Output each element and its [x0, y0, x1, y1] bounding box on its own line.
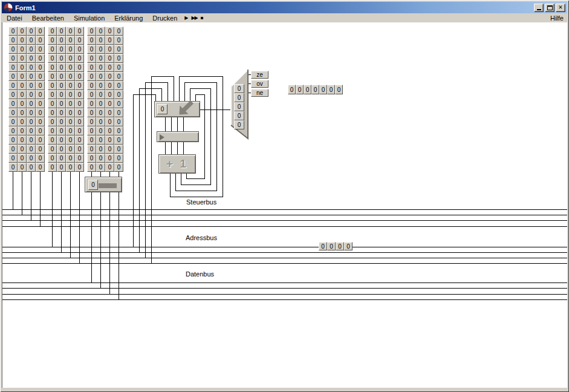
- memory-cell[interactable]: 0: [96, 54, 105, 63]
- menu-simulation[interactable]: Simulation: [69, 14, 109, 22]
- memory-cell[interactable]: 0: [18, 27, 27, 36]
- memory-cell[interactable]: 0: [27, 27, 36, 36]
- memory-cell[interactable]: 0: [75, 45, 84, 54]
- memory-cell[interactable]: 0: [18, 126, 27, 136]
- memory-cell[interactable]: 0: [18, 145, 27, 154]
- memory-cell[interactable]: 0: [96, 108, 105, 117]
- memory-cell[interactable]: 0: [27, 81, 36, 90]
- memory-cell[interactable]: 0: [36, 54, 45, 63]
- memory-cell[interactable]: 0: [96, 36, 105, 45]
- memory-cell[interactable]: 0: [36, 99, 45, 108]
- memory-cell[interactable]: 0: [105, 45, 114, 54]
- memory-cell[interactable]: 0: [75, 72, 84, 81]
- close-button[interactable]: ×: [556, 4, 565, 12]
- memory-cell[interactable]: 0: [36, 126, 45, 136]
- memory-cell[interactable]: 0: [105, 72, 114, 81]
- memory-cell[interactable]: 0: [48, 90, 57, 99]
- memory-cell[interactable]: 0: [18, 99, 27, 108]
- fast-forward-icon[interactable]: ▶▶: [191, 15, 197, 21]
- memory-cell[interactable]: 0: [87, 154, 96, 163]
- memory-cell[interactable]: 0: [27, 136, 36, 145]
- memory-cell[interactable]: 0: [36, 36, 45, 45]
- memory-cell[interactable]: 0: [48, 27, 57, 36]
- memory-cell[interactable]: 0: [57, 36, 66, 45]
- memory-cell[interactable]: 0: [48, 81, 57, 90]
- memory-cell[interactable]: 0: [75, 54, 84, 63]
- memory-cell[interactable]: 0: [18, 108, 27, 117]
- memory-cell[interactable]: 0: [75, 108, 84, 117]
- memory-cell[interactable]: 0: [75, 99, 84, 108]
- memory-cell[interactable]: 0: [114, 54, 123, 63]
- memory-cell[interactable]: 0: [105, 81, 114, 90]
- flag-ov[interactable]: ov: [251, 80, 268, 88]
- memory-cell[interactable]: 0: [114, 81, 123, 90]
- memory-cell[interactable]: 0: [66, 72, 75, 81]
- memory-cell[interactable]: 0: [8, 36, 18, 45]
- memory-cell[interactable]: 0: [105, 90, 114, 99]
- memory-cell[interactable]: 0: [57, 154, 66, 163]
- memory-cell[interactable]: 0: [48, 154, 57, 163]
- memory-cell[interactable]: 0: [18, 117, 27, 126]
- memory-cell[interactable]: 0: [96, 27, 105, 36]
- memory-cell[interactable]: 0: [27, 163, 36, 172]
- memory-cell[interactable]: 0: [36, 63, 45, 72]
- memory-cell[interactable]: 0: [66, 99, 75, 108]
- memory-cell[interactable]: 0: [18, 81, 27, 90]
- memory-cell[interactable]: 0: [8, 72, 18, 81]
- memory-cell[interactable]: 0: [8, 81, 18, 90]
- memory-cell[interactable]: 0: [87, 163, 96, 172]
- memory-cell[interactable]: 0: [96, 117, 105, 126]
- memory-cell[interactable]: 0: [114, 154, 123, 163]
- memory-cell[interactable]: 0: [87, 108, 96, 117]
- memory-cell[interactable]: 0: [66, 54, 75, 63]
- memory-cell[interactable]: 0: [114, 117, 123, 126]
- menu-datei[interactable]: Datei: [2, 14, 27, 22]
- memory-cell[interactable]: 0: [8, 99, 18, 108]
- memory-cell[interactable]: 0: [18, 63, 27, 72]
- memory-cell[interactable]: 0: [27, 154, 36, 163]
- memory-cell[interactable]: 0: [66, 36, 75, 45]
- stop-icon[interactable]: ■: [201, 15, 204, 21]
- flag-ze[interactable]: ze: [251, 71, 268, 79]
- memory-cell[interactable]: 0: [105, 36, 114, 45]
- memory-cell[interactable]: 0: [27, 54, 36, 63]
- memory-cell[interactable]: 0: [48, 45, 57, 54]
- memory-cell[interactable]: 0: [27, 36, 36, 45]
- memory-cell[interactable]: 0: [36, 108, 45, 117]
- memory-cell[interactable]: 0: [105, 163, 114, 172]
- memory-cell[interactable]: 0: [66, 27, 75, 36]
- memory-cell[interactable]: 0: [66, 63, 75, 72]
- memory-cell[interactable]: 0: [8, 145, 18, 154]
- memory-cell[interactable]: 0: [87, 27, 96, 36]
- memory-cell[interactable]: 0: [18, 45, 27, 54]
- maximize-button[interactable]: [545, 4, 554, 12]
- menu-erklaerung[interactable]: Erklärung: [109, 14, 148, 22]
- memory-cell[interactable]: 0: [48, 63, 57, 72]
- memory-cell[interactable]: 0: [8, 163, 18, 172]
- memory-cell[interactable]: 0: [114, 72, 123, 81]
- memory-cell[interactable]: 0: [57, 54, 66, 63]
- memory-cell[interactable]: 0: [105, 99, 114, 108]
- memory-cell[interactable]: 0: [75, 90, 84, 99]
- memory-cell[interactable]: 0: [114, 126, 123, 136]
- memory-cell[interactable]: 0: [57, 72, 66, 81]
- memory-cell[interactable]: 0: [87, 117, 96, 126]
- memory-cell[interactable]: 0: [87, 72, 96, 81]
- memory-cell[interactable]: 0: [75, 136, 84, 145]
- memory-cell[interactable]: 0: [66, 145, 75, 154]
- memory-cell[interactable]: 0: [57, 126, 66, 136]
- memory-cell[interactable]: 0: [96, 90, 105, 99]
- memory-cell[interactable]: 0: [57, 81, 66, 90]
- memory-cell[interactable]: 0: [27, 72, 36, 81]
- memory-cell[interactable]: 0: [87, 126, 96, 136]
- memory-cell[interactable]: 0: [66, 81, 75, 90]
- memory-cell[interactable]: 0: [96, 145, 105, 154]
- memory-cell[interactable]: 0: [75, 126, 84, 136]
- memory-cell[interactable]: 0: [87, 81, 96, 90]
- memory-cell[interactable]: 0: [114, 63, 123, 72]
- memory-cell[interactable]: 0: [18, 54, 27, 63]
- memory-cell[interactable]: 0: [96, 99, 105, 108]
- memory-cell[interactable]: 0: [18, 90, 27, 99]
- memory-cell[interactable]: 0: [18, 154, 27, 163]
- memory-cell[interactable]: 0: [96, 163, 105, 172]
